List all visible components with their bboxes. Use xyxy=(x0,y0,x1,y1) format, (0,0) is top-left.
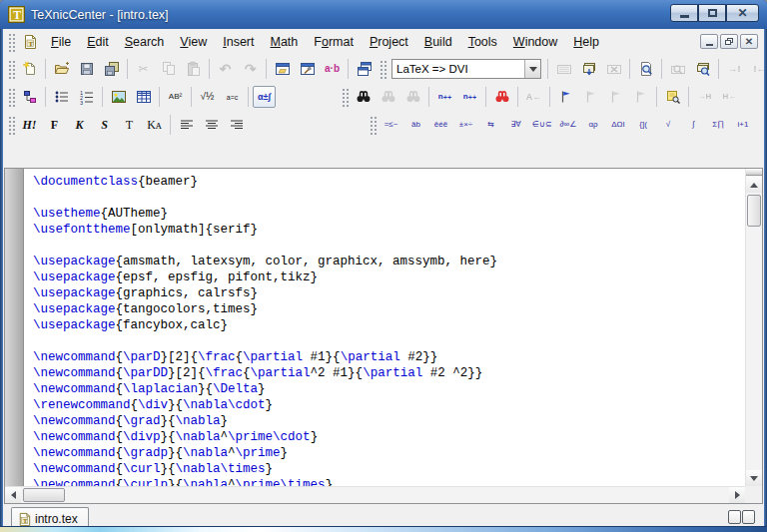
format-typewriter-button[interactable]: T xyxy=(118,114,141,136)
format-italic-button[interactable]: K xyxy=(68,114,91,136)
menu-build[interactable]: Build xyxy=(416,31,460,53)
search-forward-button[interactable]: n₊₊ xyxy=(433,86,456,108)
toolbar-grip[interactable] xyxy=(7,115,15,135)
insert-equation-button[interactable]: a=c xyxy=(221,86,244,108)
math-misc-menu[interactable]: ∂∞∠ xyxy=(557,114,580,136)
scroll-right-button[interactable] xyxy=(729,487,745,503)
menu-tools[interactable]: Tools xyxy=(460,31,505,53)
menu-help[interactable]: Help xyxy=(565,31,607,53)
toolbar-grip[interactable] xyxy=(7,59,15,79)
find-in-files-button[interactable] xyxy=(490,86,513,108)
align-right-button[interactable] xyxy=(225,114,248,136)
spell-ab-button[interactable]: a·b xyxy=(321,58,344,80)
window-layout-button-2[interactable] xyxy=(742,510,755,524)
save-all-button[interactable] xyxy=(100,58,123,80)
document-icon[interactable]: T xyxy=(22,34,38,50)
paste-icon xyxy=(186,61,202,77)
math-integrals-menu[interactable]: ∫ xyxy=(682,114,705,136)
horizontal-scroll-thumb[interactable] xyxy=(23,488,65,502)
superscript-button[interactable]: AB² xyxy=(164,86,187,108)
search-notes-button[interactable] xyxy=(661,86,684,108)
insert-table-button[interactable] xyxy=(132,86,155,108)
mdi-minimize-button[interactable] xyxy=(700,34,718,49)
maximize-button[interactable] xyxy=(698,4,726,22)
menu-format[interactable]: Format xyxy=(306,31,362,53)
toolbar-separator xyxy=(428,87,429,107)
math-indices-menu[interactable]: i+1 xyxy=(732,114,755,136)
insert-structure-button[interactable] xyxy=(18,86,41,108)
scroll-left-button[interactable] xyxy=(5,487,21,503)
menu-search[interactable]: Search xyxy=(117,31,173,53)
vertical-scroll-thumb[interactable] xyxy=(747,195,761,227)
toolbar-grip[interactable] xyxy=(7,87,15,107)
math-accents-low-menu[interactable]: äb xyxy=(404,114,427,136)
align-center-button[interactable] xyxy=(200,114,223,136)
menu-file[interactable]: File xyxy=(43,31,79,53)
window-layout-button-1[interactable] xyxy=(728,510,741,524)
menu-edit[interactable]: Edit xyxy=(79,31,117,53)
format-smallcaps-button[interactable]: Kᴀ xyxy=(143,114,166,136)
scroll-up-button[interactable] xyxy=(746,177,762,193)
menu-bar: T FileEditSearchViewInsertMathFormatProj… xyxy=(3,29,764,55)
build-and-view-all-button[interactable] xyxy=(691,58,714,80)
toggle-bookmark-button[interactable] xyxy=(554,86,577,108)
menu-insert[interactable]: Insert xyxy=(215,31,262,53)
mdi-restore-button[interactable] xyxy=(720,34,738,49)
format-emph-button[interactable]: H! xyxy=(18,114,41,136)
build-all-button[interactable] xyxy=(577,58,600,80)
new-document-button[interactable] xyxy=(18,58,41,80)
mdi-close-button[interactable]: ✕ xyxy=(740,34,758,49)
window-title: TeXnicCenter - [intro.tex] xyxy=(31,8,169,22)
splitter-handle[interactable] xyxy=(746,169,762,176)
combobox-dropdown-icon[interactable] xyxy=(524,60,540,78)
selection-margin[interactable] xyxy=(5,169,24,486)
math-relations-menu[interactable]: =≤~ xyxy=(380,114,402,136)
code-line: \usepackage{epsf, epsfig, pifont,tikz} xyxy=(33,269,744,285)
toolbar-grip[interactable] xyxy=(341,87,349,107)
output-profile-combobox[interactable]: LaTeX => DVI xyxy=(391,59,541,79)
mdi-restore-icon xyxy=(725,40,731,45)
insert-image-button[interactable] xyxy=(107,86,130,108)
format-bold-button[interactable]: F xyxy=(43,114,66,136)
code-line: \documentclass{beamer} xyxy=(33,174,744,190)
close-button[interactable]: ✕ xyxy=(726,4,759,22)
menu-project[interactable]: Project xyxy=(362,31,416,53)
view-output-button[interactable] xyxy=(634,58,657,80)
math-arrows-menu[interactable]: ⇆ xyxy=(479,114,502,136)
math-accents-menu[interactable]: êéë xyxy=(429,114,452,136)
math-logic-menu[interactable]: ∃∀ xyxy=(504,114,527,136)
math-big-operators-menu[interactable]: Σ∏ xyxy=(707,114,730,136)
tools-view-button[interactable] xyxy=(296,58,319,80)
math-greek-upper-menu[interactable]: ΔΩΙ xyxy=(607,114,630,136)
search-backward-button[interactable]: n₊₊ xyxy=(458,86,481,108)
math-sets-menu[interactable]: ∈∪⊆ xyxy=(529,114,555,136)
itemize-list-button[interactable] xyxy=(50,86,73,108)
minimize-button[interactable] xyxy=(670,4,698,22)
toolbar-separator xyxy=(159,87,160,107)
menu-window[interactable]: Window xyxy=(505,31,565,53)
toolbar-grip[interactable] xyxy=(369,115,377,135)
open-file-button[interactable] xyxy=(50,58,73,80)
save-file-button[interactable] xyxy=(75,58,98,80)
scroll-down-button[interactable] xyxy=(746,470,762,486)
format-slanted-button[interactable]: S xyxy=(93,114,116,136)
align-left-button[interactable] xyxy=(175,114,198,136)
math-operators-menu[interactable]: ±×÷ xyxy=(454,114,477,136)
cascade-view-button[interactable] xyxy=(353,58,376,80)
title-bar[interactable]: T TeXnicCenter - [intro.tex] ✕ xyxy=(0,0,767,29)
math-vectors-menu[interactable]: a′ xyxy=(757,114,764,136)
find-button[interactable] xyxy=(352,86,375,108)
code-area[interactable]: \documentclass{beamer} \usetheme{AUTheme… xyxy=(33,174,744,486)
menubar-grip[interactable] xyxy=(7,32,15,52)
toolbar-grip[interactable] xyxy=(379,59,386,79)
math-greek-lower-menu[interactable]: αρ xyxy=(582,114,605,136)
math-roots-menu[interactable]: √ xyxy=(657,114,680,136)
find-in-files-icon xyxy=(494,89,510,105)
insert-fraction-button[interactable]: √½ xyxy=(196,86,219,108)
math-delimiters-menu[interactable]: {]( xyxy=(632,114,655,136)
output-view-button[interactable] xyxy=(271,58,294,80)
enumerate-list-button[interactable]: 123 xyxy=(75,86,98,108)
menu-view[interactable]: View xyxy=(172,31,215,53)
math-toolbar-toggle[interactable]: α±∫ xyxy=(253,86,276,108)
menu-math[interactable]: Math xyxy=(263,31,307,53)
